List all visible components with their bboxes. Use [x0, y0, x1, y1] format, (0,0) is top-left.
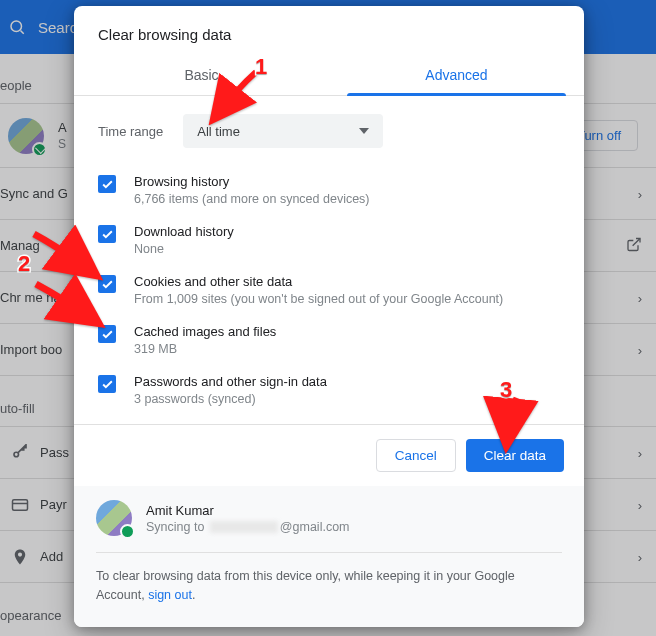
footer-sync-prefix: Syncing to [146, 520, 208, 534]
time-range-label: Time range [98, 124, 163, 139]
footer-user-name: Amit Kumar [146, 503, 350, 518]
footer-note-b: . [192, 588, 195, 602]
redacted-email [210, 521, 278, 533]
cb-row-cache: Cached images and files 319 MB [98, 318, 572, 368]
footer-note: To clear browsing data from this device … [96, 567, 562, 605]
item-sub: 319 MB [134, 342, 276, 356]
item-title: Browsing history [134, 174, 370, 189]
item-sub: 6,766 items (and more on synced devices) [134, 192, 370, 206]
cb-row-browsing-history: Browsing history 6,766 items (and more o… [98, 168, 572, 218]
tab-advanced[interactable]: Advanced [329, 55, 584, 95]
cb-row-cookies: Cookies and other site data From 1,009 s… [98, 268, 572, 318]
tab-basic[interactable]: Basic [74, 55, 329, 95]
checkbox-browsing-history[interactable] [98, 175, 116, 193]
dialog-scroll-area[interactable]: Time range All time Browsing history 6,7… [98, 100, 578, 418]
dialog-tabs: Basic Advanced [74, 55, 584, 96]
item-sub: None [134, 242, 234, 256]
item-sub: From 1,009 sites (you won't be signed ou… [134, 292, 503, 306]
dialog-footer: Amit Kumar Syncing to @gmail.com To clea… [74, 486, 584, 627]
time-range-value: All time [197, 124, 240, 139]
item-title: Cached images and files [134, 324, 276, 339]
cancel-button[interactable]: Cancel [376, 439, 456, 472]
item-title: Passwords and other sign-in data [134, 374, 327, 389]
checkbox-cookies[interactable] [98, 275, 116, 293]
time-range-select[interactable]: All time [183, 114, 383, 148]
sign-out-link[interactable]: sign out [148, 588, 192, 602]
checkbox-cache[interactable] [98, 325, 116, 343]
dialog-actions: Cancel Clear data [74, 424, 584, 486]
dialog-title: Clear browsing data [74, 6, 584, 55]
item-title: Cookies and other site data [134, 274, 503, 289]
cb-row-passwords: Passwords and other sign-in data 3 passw… [98, 368, 572, 418]
sync-badge-icon [120, 524, 135, 539]
avatar [96, 500, 132, 536]
cb-row-download-history: Download history None [98, 218, 572, 268]
footer-sync-line: Syncing to @gmail.com [146, 520, 350, 534]
clear-data-button[interactable]: Clear data [466, 439, 564, 472]
footer-sync-domain: @gmail.com [280, 520, 350, 534]
chevron-down-icon [359, 128, 369, 134]
checkbox-download-history[interactable] [98, 225, 116, 243]
item-sub: 3 passwords (synced) [134, 392, 327, 406]
checkbox-passwords[interactable] [98, 375, 116, 393]
clear-data-dialog: Clear browsing data Basic Advanced Time … [74, 6, 584, 627]
item-title: Download history [134, 224, 234, 239]
